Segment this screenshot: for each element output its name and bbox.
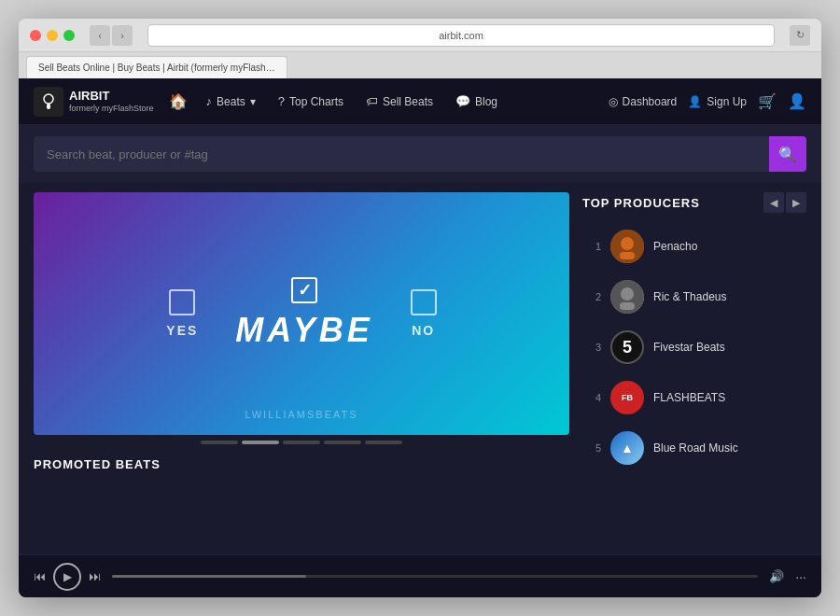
search-bar-wrapper: 🔍 <box>34 136 806 172</box>
avatar-penacho <box>610 230 644 263</box>
top-producers-header: TOP PRODUCERS ◀ ▶ <box>582 192 806 213</box>
user-profile-button[interactable]: 👤 <box>788 92 806 110</box>
svg-point-0 <box>44 94 53 104</box>
producer-item-2[interactable]: 2 Ric & Thadeus <box>582 273 806 321</box>
nav-item-sell-beats[interactable]: 🏷 Sell Beats <box>355 78 444 125</box>
beats-label: Beats <box>217 95 245 108</box>
volume-icon[interactable]: 🔊 <box>769 569 784 583</box>
traffic-lights <box>30 30 75 41</box>
next-producer-button[interactable]: ▶ <box>786 192 806 213</box>
nav-item-beats[interactable]: ♪ Beats ▾ <box>195 78 267 125</box>
producer-item-4[interactable]: 4 FB FLASHBEATS <box>582 373 806 422</box>
logo-text: AIRBIT <box>69 90 154 103</box>
reload-button[interactable]: ↻ <box>790 25 810 46</box>
main-content: YES MAYBE NO LWILLIAMSBEATS <box>19 183 821 554</box>
producer-name-2: Ric & Thadeus <box>653 290 727 303</box>
no-label: NO <box>412 323 435 338</box>
blog-label: Blog <box>475 95 497 108</box>
beats-dropdown-icon: ▾ <box>250 95 256 108</box>
dashboard-icon: ◎ <box>609 95 618 108</box>
producer-item-1[interactable]: 1 Penacho <box>582 222 806 271</box>
dot-3[interactable] <box>283 441 320 444</box>
address-bar[interactable]: airbit.com <box>147 24 775 47</box>
dot-2[interactable] <box>242 441 279 444</box>
rank-1: 1 <box>588 241 601 252</box>
logo-text-block: AIRBIT formerly myFlashStore <box>69 90 154 112</box>
close-button[interactable] <box>30 30 41 41</box>
more-options-button[interactable]: ··· <box>795 569 806 584</box>
forward-button[interactable]: › <box>112 25 133 46</box>
promoted-beats-label: PROMOTED BEATS <box>34 452 569 477</box>
yes-option: YES <box>166 289 198 338</box>
arrow-buttons: ◀ ▶ <box>763 192 806 213</box>
producer-name-4: FLASHBEATS <box>653 391 725 404</box>
top-charts-icon: ? <box>278 94 285 108</box>
maximize-button[interactable] <box>63 30 75 41</box>
video-player[interactable]: YES MAYBE NO LWILLIAMSBEATS <box>34 192 569 435</box>
svg-point-6 <box>621 287 634 301</box>
minimize-button[interactable] <box>47 30 58 41</box>
yes-label: YES <box>166 323 198 338</box>
svg-rect-7 <box>620 302 635 310</box>
player-controls: ⏮ ▶ ⏭ <box>34 563 101 591</box>
signup-button[interactable]: 👤 Sign Up <box>688 95 747 108</box>
maybe-label: MAYBE <box>235 311 372 350</box>
sell-beats-label: Sell Beats <box>383 95 433 108</box>
dot-1[interactable] <box>201 441 238 444</box>
search-button[interactable]: 🔍 <box>769 136 806 172</box>
url-text: airbit.com <box>439 30 483 41</box>
dot-5[interactable] <box>365 441 402 444</box>
beats-icon: ♪ <box>206 94 213 108</box>
play-button[interactable]: ▶ <box>53 563 81 591</box>
no-option: NO <box>411 289 437 338</box>
progress-bar-fill <box>112 575 306 578</box>
dashboard-label: Dashboard <box>623 95 678 108</box>
blog-icon: 💬 <box>455 94 470 108</box>
maybe-checkbox <box>291 277 317 303</box>
avatar-blueroad: ▲ <box>610 431 644 465</box>
signup-label: Sign Up <box>707 95 747 108</box>
nav-item-blog[interactable]: 💬 Blog <box>444 78 509 125</box>
back-button[interactable]: ‹ <box>90 25 110 46</box>
producer-name-1: Penacho <box>653 240 697 253</box>
producer-item-3[interactable]: 3 5 Fivestar Beats <box>582 323 806 371</box>
cart-button[interactable]: 🛒 <box>758 92 777 110</box>
nav-items: ♪ Beats ▾ ? Top Charts 🏷 Sell Beats 💬 Bl… <box>195 78 609 125</box>
producer-name-3: Fivestar Beats <box>653 341 725 354</box>
rewind-button[interactable]: ⏮ <box>34 569 46 583</box>
yes-checkbox <box>169 289 195 315</box>
logo-area: AIRBIT formerly myFlashStore <box>34 87 154 117</box>
producer-item-5[interactable]: 5 ▲ Blue Road Music <box>582 424 806 472</box>
right-panel: TOP PRODUCERS ◀ ▶ 1 <box>582 192 806 554</box>
producer-name-5: Blue Road Music <box>653 441 738 455</box>
dashboard-button[interactable]: ◎ Dashboard <box>609 95 678 108</box>
rank-4: 4 <box>588 392 601 403</box>
forward-button[interactable]: ⏭ <box>89 569 101 583</box>
nav-item-top-charts[interactable]: ? Top Charts <box>267 78 355 125</box>
logo-sub: formerly myFlashStore <box>69 104 154 113</box>
active-tab[interactable]: Sell Beats Online | Buy Beats | Airbit (… <box>26 56 287 78</box>
signup-icon: 👤 <box>688 95 702 108</box>
browser-titlebar: ‹ › airbit.com ↻ <box>19 19 821 52</box>
search-input[interactable] <box>34 136 806 172</box>
svg-point-3 <box>621 237 634 250</box>
dot-4[interactable] <box>324 441 361 444</box>
browser-window: ‹ › airbit.com ↻ Sell Beats Online | Buy… <box>19 19 821 597</box>
browser-tabs: Sell Beats Online | Buy Beats | Airbit (… <box>19 52 821 78</box>
home-nav-button[interactable]: 🏠 <box>169 92 188 110</box>
play-icon: ▶ <box>63 570 72 583</box>
rank-2: 2 <box>588 291 601 302</box>
sell-beats-icon: 🏷 <box>366 94 378 108</box>
progress-bar[interactable] <box>112 575 758 578</box>
avatar-fivestar: 5 <box>610 330 644 364</box>
prev-producer-button[interactable]: ◀ <box>763 192 784 213</box>
top-producers-title: TOP PRODUCERS <box>582 196 700 210</box>
search-bar-container: 🔍 <box>19 125 821 183</box>
nav-right: ◎ Dashboard 👤 Sign Up 🛒 👤 <box>609 92 806 110</box>
svg-rect-4 <box>620 252 635 259</box>
progress-dots <box>34 441 569 444</box>
player-bar: ⏮ ▶ ⏭ 🔊 ··· <box>19 554 821 597</box>
video-watermark: LWILLIAMSBEATS <box>245 409 357 420</box>
svg-rect-1 <box>47 104 50 109</box>
no-checkbox <box>411 289 437 315</box>
